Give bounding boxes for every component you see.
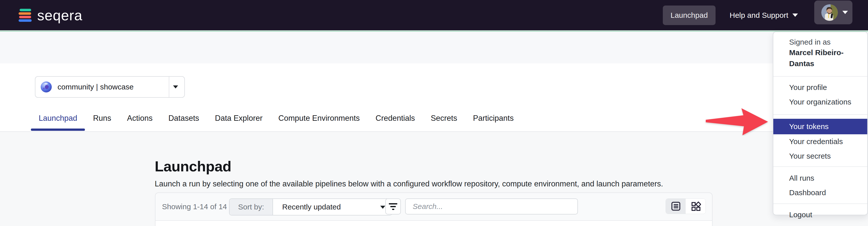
sort-by-select[interactable]: Sort by: Recently updated — [229, 198, 392, 216]
caret-down-icon[interactable] — [173, 85, 178, 88]
menu-item-logout[interactable]: Logout — [773, 208, 867, 222]
annotation-arrow-icon — [704, 105, 770, 136]
view-mode-toggle — [665, 198, 706, 214]
menu-item-your-organizations[interactable]: Your organizations — [773, 95, 867, 109]
active-tab-underline — [31, 128, 85, 131]
nav-launchpad-button[interactable]: Launchpad — [663, 5, 716, 25]
workspace-tabs: Launchpad Runs Actions Datasets Data Exp… — [39, 113, 514, 123]
tab-secrets[interactable]: Secrets — [431, 113, 457, 123]
avatar — [821, 4, 838, 21]
tab-actions[interactable]: Actions — [127, 113, 153, 123]
tab-datasets[interactable]: Datasets — [168, 113, 199, 123]
menu-item-your-credentials[interactable]: Your credentials — [773, 134, 867, 149]
tab-launchpad[interactable]: Launchpad — [39, 113, 77, 123]
tab-runs[interactable]: Runs — [93, 113, 111, 123]
pipelines-toolbar-card: Showing 1-14 of 14 Sort by: Recently upd… — [155, 192, 713, 226]
sort-by-label: Sort by: — [229, 199, 273, 215]
search-input[interactable] — [405, 198, 578, 215]
workspace-selector-divider — [169, 77, 169, 97]
help-and-support-menu[interactable]: Help and Support — [730, 0, 798, 30]
menu-item-all-runs[interactable]: All runs — [773, 171, 867, 185]
seqera-logo-icon — [19, 9, 32, 22]
tab-data-explorer[interactable]: Data Explorer — [215, 113, 263, 123]
globe-icon — [40, 81, 52, 93]
brand-logo[interactable]: seqera — [19, 0, 82, 30]
menu-item-your-secrets[interactable]: Your secrets — [773, 149, 867, 163]
sort-by-value: Recently updated — [273, 199, 392, 215]
tab-compute-environments[interactable]: Compute Environments — [278, 113, 360, 123]
subheader-band — [0, 32, 868, 63]
toolbar-row: Showing 1-14 of 14 Sort by: Recently upd… — [155, 193, 712, 221]
caret-down-icon — [793, 13, 798, 17]
tab-participants[interactable]: Participants — [473, 113, 514, 123]
brand-name: seqera — [37, 9, 82, 22]
caret-down-icon — [380, 206, 385, 209]
user-dropdown-menu: Signed in as Marcel Ribeiro-Dantas Your … — [773, 32, 868, 215]
menu-item-your-profile[interactable]: Your profile — [773, 80, 867, 95]
signed-in-user-name: Marcel Ribeiro-Dantas — [773, 47, 867, 69]
caret-down-icon — [842, 11, 848, 14]
filter-button[interactable] — [385, 198, 401, 215]
workspace-selector[interactable]: community | showcase — [35, 76, 185, 98]
top-navbar: seqera Launchpad Help and Support — [0, 0, 868, 30]
tab-credentials[interactable]: Credentials — [375, 113, 415, 123]
list-view-icon — [671, 201, 681, 212]
user-avatar-button[interactable] — [814, 0, 852, 24]
filter-icon — [389, 203, 397, 204]
help-and-support-label: Help and Support — [730, 11, 788, 20]
signed-in-as-label: Signed in as — [773, 37, 867, 47]
grid-view-icon — [690, 201, 701, 212]
menu-item-dashboard[interactable]: Dashboard — [773, 185, 867, 200]
results-count: Showing 1-14 of 14 — [162, 193, 227, 220]
page-title: Launchpad — [155, 158, 231, 175]
list-view-button[interactable] — [666, 199, 686, 214]
grid-view-button[interactable] — [686, 199, 706, 214]
page-description: Launch a run by selecting one of the ava… — [155, 179, 663, 188]
menu-item-your-tokens[interactable]: Your tokens — [773, 119, 867, 134]
list-area-start — [155, 221, 712, 226]
workspace-selector-value: community | showcase — [58, 83, 134, 91]
